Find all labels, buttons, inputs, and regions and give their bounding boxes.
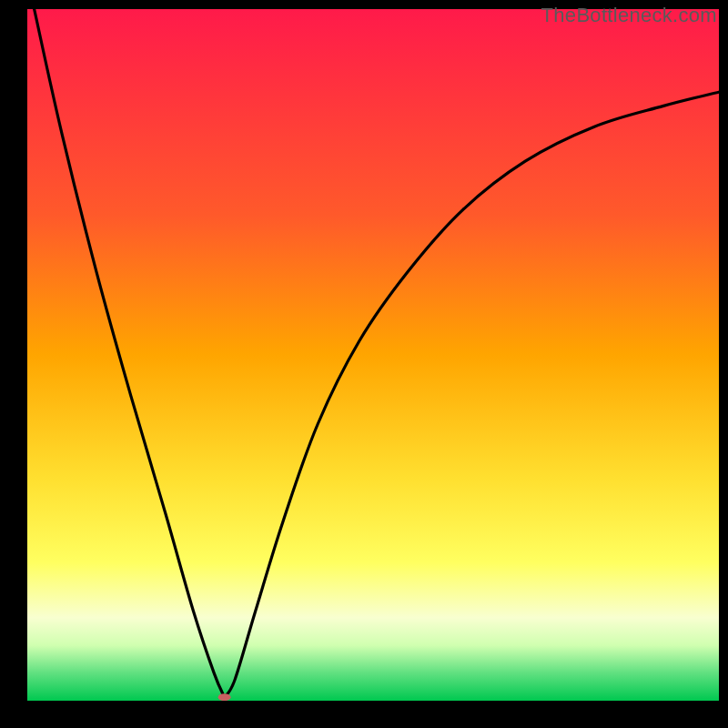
watermark-text: TheBottleneck.com xyxy=(541,4,717,27)
gradient-background xyxy=(27,9,719,701)
plot-area xyxy=(27,9,719,701)
chart-container: TheBottleneck.com xyxy=(0,0,728,728)
chart-svg xyxy=(27,9,719,701)
minimum-marker xyxy=(218,693,231,701)
